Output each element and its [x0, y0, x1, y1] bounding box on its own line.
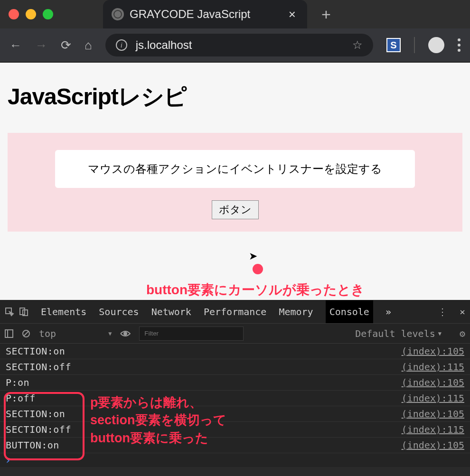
log-message: BUTTON:on: [6, 439, 59, 451]
console-log-row[interactable]: BUTTON:on(index):105: [0, 438, 470, 453]
console-log-row[interactable]: P:on(index):105: [0, 375, 470, 391]
log-source-link[interactable]: (index):105: [402, 439, 464, 451]
cursor-icon: ➤: [249, 250, 257, 262]
forward-button: →: [35, 38, 47, 53]
devtools-tab-bar: Elements Sources Network Performance Mem…: [0, 300, 470, 324]
log-levels-selector[interactable]: Default levels: [355, 328, 442, 339]
tab-console[interactable]: Console: [326, 300, 373, 323]
globe-icon: [112, 8, 124, 20]
svg-rect-3: [5, 330, 13, 337]
tab-memory[interactable]: Memory: [279, 306, 313, 317]
browser-toolbar: ← → ⟳ ⌂ i js.localhost ☆ S: [0, 28, 470, 63]
log-message: SECTION:off: [6, 361, 71, 373]
section-element[interactable]: マウスの各種アクションにイベントリスナーを設定する ボタン: [8, 133, 462, 232]
log-message: P:on: [6, 377, 29, 388]
back-button[interactable]: ←: [9, 38, 22, 53]
tab-sources[interactable]: Sources: [99, 306, 139, 317]
tab-title: GRAYCODE JavaScript: [130, 8, 250, 21]
console-log-row[interactable]: SECTION:off(index):115: [0, 359, 470, 375]
log-message: SECTION:on: [6, 345, 65, 357]
close-window-button[interactable]: [9, 9, 19, 19]
maximize-window-button[interactable]: [43, 9, 53, 19]
browser-menu-button[interactable]: [458, 38, 461, 52]
bookmark-star-icon[interactable]: ☆: [352, 38, 363, 52]
extension-icon[interactable]: S: [386, 38, 401, 52]
svg-line-6: [24, 331, 28, 336]
console-filter-input[interactable]: [139, 327, 244, 341]
log-message: SECTION:on: [6, 408, 65, 420]
new-tab-button[interactable]: +: [321, 5, 331, 24]
console-log-row[interactable]: SECTION:on(index):105: [0, 406, 470, 422]
console-toolbar: top Default levels ⚙: [0, 324, 470, 344]
devtools-close-icon[interactable]: ×: [460, 306, 465, 317]
log-source-link[interactable]: (index):115: [402, 424, 464, 435]
console-log-row[interactable]: SECTION:on(index):105: [0, 344, 470, 359]
devtools-menu-icon[interactable]: ⋮: [438, 306, 447, 317]
console-sidebar-icon[interactable]: [5, 329, 13, 338]
window-traffic-lights: [9, 9, 53, 19]
console-prompt[interactable]: ›: [0, 453, 470, 467]
annotation-text-2: p要素からは離れ、 section要素を横切って button要素に乗った: [90, 394, 226, 447]
inspect-element-icon[interactable]: [5, 307, 14, 317]
tab-elements[interactable]: Elements: [41, 306, 86, 317]
profile-avatar[interactable]: [428, 37, 444, 53]
reload-button[interactable]: ⟳: [61, 38, 71, 53]
toolbar-separator: [414, 37, 415, 53]
tab-more[interactable]: »: [385, 306, 391, 317]
log-source-link[interactable]: (index):115: [402, 361, 464, 373]
url-text: js.localhost: [136, 38, 192, 52]
minimize-window-button[interactable]: [26, 9, 36, 19]
home-button[interactable]: ⌂: [85, 38, 92, 53]
log-source-link[interactable]: (index):105: [402, 377, 464, 388]
window-titlebar: GRAYCODE JavaScript × +: [0, 0, 470, 28]
tab-performance[interactable]: Performance: [204, 306, 266, 317]
site-info-icon[interactable]: i: [116, 39, 127, 51]
device-toolbar-icon[interactable]: [19, 307, 28, 317]
context-selector[interactable]: top: [39, 328, 112, 339]
console-log-row[interactable]: P:off(index):115: [0, 391, 470, 406]
log-source-link[interactable]: (index):105: [402, 408, 464, 420]
paragraph-element[interactable]: マウスの各種アクションにイベントリスナーを設定する: [55, 150, 415, 188]
page-content: JavaScriptレシピ マウスの各種アクションにイベントリスナーを設定する …: [0, 63, 470, 300]
console-log-list: SECTION:on(index):105SECTION:off(index):…: [0, 344, 470, 453]
log-message: P:off: [6, 392, 36, 404]
close-tab-button[interactable]: ×: [286, 7, 299, 22]
console-settings-icon[interactable]: ⚙: [460, 328, 465, 339]
log-source-link[interactable]: (index):105: [402, 345, 464, 357]
live-expression-icon[interactable]: [120, 330, 131, 337]
tab-network[interactable]: Network: [151, 306, 191, 317]
devtools-panel: Elements Sources Network Performance Mem…: [0, 300, 470, 467]
log-source-link[interactable]: (index):115: [402, 392, 464, 404]
browser-tab[interactable]: GRAYCODE JavaScript ×: [103, 0, 307, 28]
page-heading: JavaScriptレシピ: [8, 82, 462, 112]
svg-point-7: [124, 332, 127, 335]
devtools-inspect-icons[interactable]: [5, 307, 28, 317]
address-bar[interactable]: i js.localhost ☆: [105, 34, 373, 56]
sample-button[interactable]: ボタン: [212, 200, 259, 219]
console-log-row[interactable]: SECTION:off(index):115: [0, 422, 470, 438]
annotation-dot: [253, 264, 263, 274]
clear-console-icon[interactable]: [22, 329, 30, 338]
log-message: SECTION:off: [6, 424, 71, 435]
annotation-text-1: button要素にカーソルが乗ったとき: [146, 281, 365, 299]
